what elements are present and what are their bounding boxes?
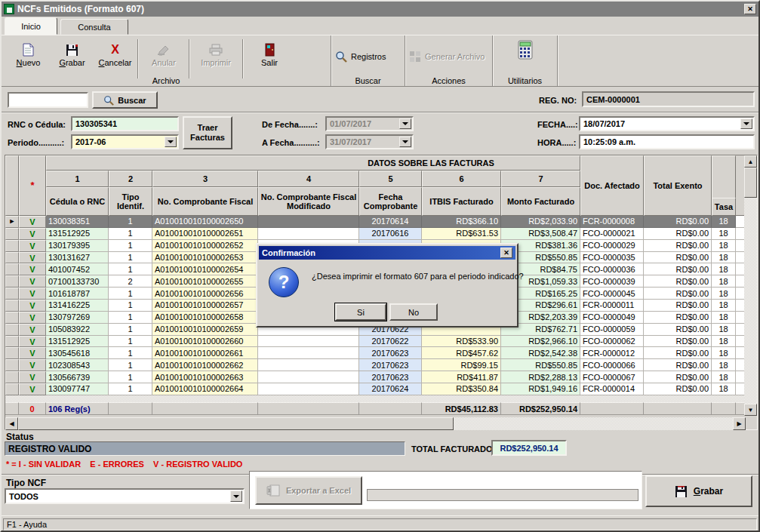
cell-tipo[interactable]: 1 (109, 347, 152, 359)
cell-status-flag[interactable]: V (19, 383, 46, 395)
fecha-combobox[interactable]: 18/07/2017 (579, 116, 755, 131)
cell-fecha[interactable]: 20170622 (359, 336, 422, 348)
hora-field[interactable]: 10:25:09 a.m. (579, 134, 755, 149)
cell-rnc[interactable]: 130566739 (46, 371, 109, 383)
cell-tasa[interactable]: 18 (712, 347, 736, 359)
cell-monto[interactable]: RD$3,508.47 (501, 228, 580, 240)
cell-ncf[interactable]: A010010010100002655 (152, 275, 258, 288)
scroll-left-icon[interactable]: ◀ (5, 417, 18, 430)
grabar-button[interactable]: Grabar (645, 475, 752, 507)
cell-exento[interactable]: RD$0.00 (644, 240, 712, 252)
cell-rnc[interactable]: 130097747 (46, 383, 109, 395)
cell-fecha[interactable]: 20170616 (359, 228, 422, 240)
cell-exento[interactable]: RD$0.00 (644, 371, 712, 383)
cell-fecha[interactable]: 20170614 (359, 216, 422, 228)
cell-doc[interactable]: FCO-0000045 (580, 288, 644, 300)
tipo-ncf-combobox[interactable]: TODOS (5, 488, 245, 504)
cell-tipo[interactable]: 1 (109, 383, 152, 395)
cell-rnc[interactable]: 101618787 (46, 288, 109, 300)
periodo-combobox[interactable]: 2017-06 (71, 134, 179, 149)
cell-status-flag[interactable]: V (19, 324, 46, 336)
table-row[interactable]: V1305667391A01001001010000266320170623RD… (5, 371, 746, 383)
table-row[interactable]: V1315129251A01001001010000265120170616RD… (5, 228, 746, 240)
cell-rnc[interactable]: 130797269 (46, 312, 109, 324)
cell-status-flag[interactable]: V (19, 312, 46, 324)
chevron-down-icon[interactable] (165, 137, 177, 147)
cell-exento[interactable]: RD$0.00 (644, 275, 712, 288)
row-selector[interactable] (5, 300, 19, 312)
cell-rnc[interactable]: 130179395 (46, 240, 109, 252)
utilitarios-button[interactable] (510, 38, 540, 69)
cell-tipo[interactable]: 1 (109, 336, 152, 348)
row-selector[interactable] (5, 383, 19, 395)
cell-doc[interactable]: FCR-0000011 (580, 300, 644, 312)
cell-tasa[interactable]: 18 (712, 228, 736, 240)
cell-mod[interactable] (258, 371, 359, 383)
cell-monto[interactable]: RD$2,542.38 (501, 347, 580, 359)
row-selector[interactable]: ► (5, 216, 19, 228)
cell-status-flag[interactable]: V (19, 336, 46, 348)
cell-tipo[interactable]: 1 (109, 288, 152, 300)
de-fecha-combobox[interactable]: 01/07/2017 (325, 116, 414, 131)
row-selector[interactable] (5, 359, 19, 371)
cell-doc[interactable]: FCO-0000049 (580, 312, 644, 324)
cell-monto[interactable]: RD$1,949.16 (501, 383, 580, 395)
cell-monto[interactable]: RD$2,966.10 (501, 336, 580, 348)
table-row[interactable]: V1023085431A01001001010000266220170623RD… (5, 359, 746, 371)
row-selector[interactable] (5, 228, 19, 240)
anular-button[interactable]: Anular (142, 38, 186, 74)
cell-tipo[interactable]: 2 (109, 275, 152, 288)
cell-ncf[interactable]: A010010010100002658 (152, 312, 258, 324)
cell-status-flag[interactable]: V (19, 359, 46, 371)
cell-exento[interactable]: RD$0.00 (644, 359, 712, 371)
horizontal-scrollbar[interactable]: ◀ ▶ (5, 417, 746, 430)
cell-ncf[interactable]: A010010010100002653 (152, 252, 258, 264)
cell-rnc[interactable]: 07100133730 (46, 275, 109, 288)
cell-ncf[interactable]: A010010010100002652 (152, 240, 258, 252)
cell-status-flag[interactable]: V (19, 240, 46, 252)
chevron-down-icon[interactable] (230, 490, 242, 502)
cell-tasa[interactable]: 18 (712, 324, 736, 336)
cell-itbis[interactable]: RD$350.84 (422, 383, 501, 395)
registros-button[interactable]: Registros (334, 42, 402, 72)
cell-tasa[interactable]: 18 (712, 300, 736, 312)
cell-itbis[interactable]: RD$631.53 (422, 228, 501, 240)
cell-ncf[interactable]: A010010010100002664 (152, 383, 258, 395)
salir-button[interactable]: Salir (248, 38, 291, 74)
cell-mod[interactable] (258, 228, 359, 240)
cell-doc[interactable]: FCR-0000008 (580, 216, 644, 228)
cell-doc[interactable]: FCR-0000014 (580, 383, 644, 395)
cell-tipo[interactable]: 1 (109, 216, 152, 228)
dialog-close-icon[interactable]: ✕ (500, 248, 512, 258)
chevron-down-icon[interactable] (740, 118, 752, 129)
cell-tasa[interactable]: 18 (712, 216, 736, 228)
cell-tasa[interactable]: 18 (712, 371, 736, 383)
cell-mod[interactable] (258, 347, 359, 359)
cell-doc[interactable]: FCO-0000035 (580, 252, 644, 264)
cell-exento[interactable]: RD$0.00 (644, 216, 712, 228)
cell-itbis[interactable]: RD$366.10 (422, 216, 501, 228)
cell-exento[interactable]: RD$0.00 (644, 252, 712, 264)
scroll-down-icon[interactable]: ▼ (744, 404, 757, 416)
table-row[interactable]: V1300977471A01001001010000266420170624RD… (5, 383, 746, 395)
cell-doc[interactable]: FCO-0000067 (580, 371, 644, 383)
row-selector[interactable] (5, 347, 19, 359)
cell-status-flag[interactable]: V (19, 252, 46, 264)
cell-doc[interactable]: FCO-0000039 (580, 275, 644, 288)
cell-itbis[interactable]: RD$533.90 (422, 336, 501, 348)
cell-monto[interactable]: RD$2,033.90 (501, 216, 580, 228)
cell-exento[interactable]: RD$0.00 (644, 288, 712, 300)
close-icon[interactable]: ✕ (744, 4, 756, 14)
cell-rnc[interactable]: 130545618 (46, 347, 109, 359)
cell-tipo[interactable]: 1 (109, 312, 152, 324)
row-selector[interactable] (5, 336, 19, 348)
cell-exento[interactable]: RD$0.00 (644, 336, 712, 348)
cell-monto[interactable]: RD$550.85 (501, 359, 580, 371)
cell-ncf[interactable]: A010010010100002660 (152, 336, 258, 348)
cell-tipo[interactable]: 1 (109, 324, 152, 336)
tab-consulta[interactable]: Consulta (60, 19, 128, 35)
cell-mod[interactable] (258, 359, 359, 371)
vertical-scroll-thumb[interactable] (744, 168, 757, 198)
cell-exento[interactable]: RD$0.00 (644, 347, 712, 359)
cell-tasa[interactable]: 18 (712, 252, 736, 264)
